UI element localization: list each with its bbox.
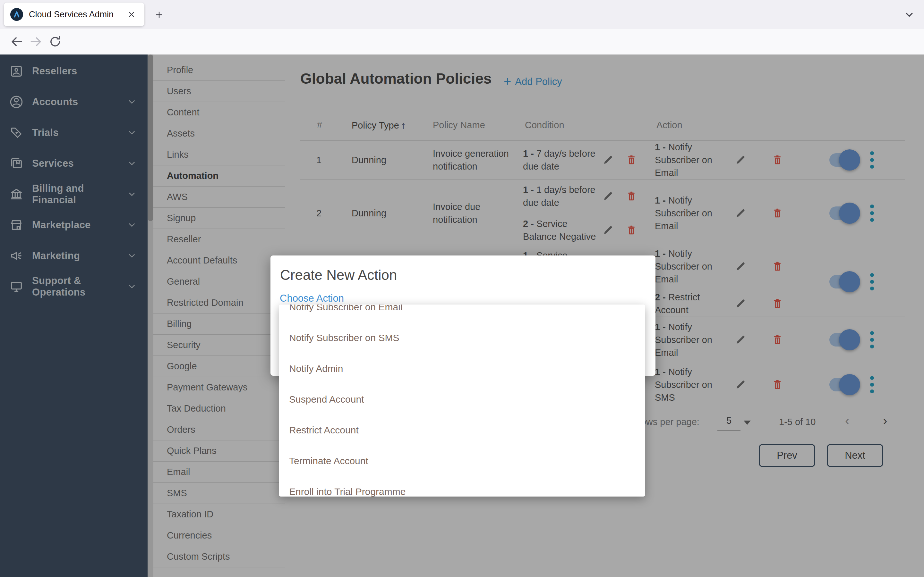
dropdown-option-suspend-account[interactable]: Suspend Account <box>279 384 645 415</box>
dropdown-option-notify-subscriber-on-email[interactable]: Notify Subscriber on Email <box>279 305 645 322</box>
action-dropdown-menu: Notify Subscriber on EmailNotify Subscri… <box>279 305 645 496</box>
dropdown-option-notify-subscriber-on-sms[interactable]: Notify Subscriber on SMS <box>279 322 645 353</box>
apiculus-favicon-icon <box>10 8 23 21</box>
browser-tab[interactable]: Cloud Services Admin <box>4 3 144 26</box>
page-viewport: ResellersAccountsTrialsServicesBilling a… <box>0 55 924 577</box>
tab-close-icon[interactable] <box>125 8 138 21</box>
dropdown-option-enroll-into-trial-programme[interactable]: Enroll into Trial Programme <box>279 476 645 496</box>
tab-title: Cloud Services Admin <box>29 10 125 19</box>
tab-overflow-chevron-icon[interactable] <box>901 8 917 22</box>
reload-button[interactable] <box>45 32 65 51</box>
modal-title: Create New Action <box>280 267 397 283</box>
choose-action-select[interactable]: Choose Action <box>280 293 344 304</box>
dropdown-option-notify-admin[interactable]: Notify Admin <box>279 353 645 384</box>
dropdown-option-restrict-account[interactable]: Restrict Account <box>279 415 645 446</box>
new-tab-button[interactable] <box>152 7 167 23</box>
back-button[interactable] <box>7 32 26 51</box>
browser-navbar: https://try.apiculus.io/admin/#/account-… <box>0 29 924 55</box>
dropdown-option-terminate-account[interactable]: Terminate Account <box>279 446 645 476</box>
browser-tab-strip: Cloud Services Admin <box>0 0 924 29</box>
forward-button[interactable] <box>26 32 45 51</box>
